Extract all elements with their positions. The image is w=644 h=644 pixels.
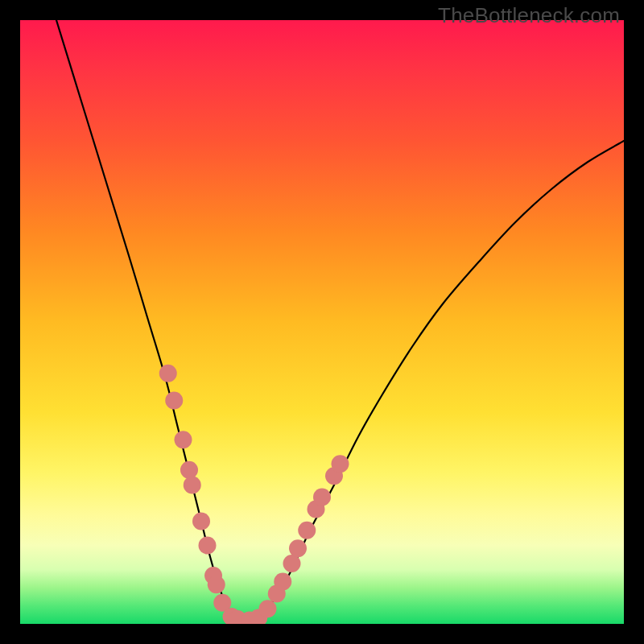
highlight-dot (184, 477, 201, 494)
chart-area (20, 20, 624, 624)
highlight-dot (199, 537, 217, 555)
highlight-dot (165, 392, 183, 410)
highlight-dot (274, 573, 291, 591)
highlight-dot (159, 365, 177, 382)
watermark-text: TheBottleneck.com (438, 3, 620, 28)
highlight-dot (175, 431, 192, 448)
highlight-dot (180, 461, 198, 479)
highlight-dot (332, 455, 349, 473)
highlight-dot (192, 513, 210, 530)
bottleneck-curve (56, 20, 624, 621)
highlight-dot (259, 600, 277, 617)
highlight-dot (283, 555, 301, 572)
bottleneck-plot-svg (20, 20, 624, 624)
highlight-dot (313, 489, 331, 506)
highlight-dot (208, 576, 225, 593)
highlight-dot (298, 522, 316, 539)
highlight-dots-group (159, 365, 349, 624)
highlight-dot (289, 539, 307, 557)
